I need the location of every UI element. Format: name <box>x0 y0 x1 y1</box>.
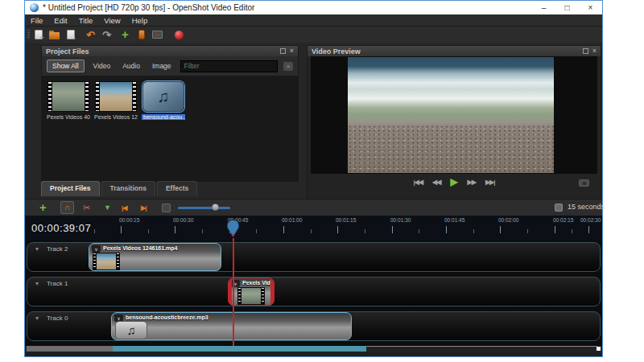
dock-tabs: Project Files Transitions Effects <box>41 181 197 196</box>
file-filter-row: Show All Video Audio Image × <box>42 56 298 76</box>
minimize-button[interactable]: – <box>532 1 555 14</box>
redo-icon: ↷ <box>102 30 111 40</box>
play-button[interactable]: ▶ <box>450 176 457 187</box>
export-record-icon <box>175 31 184 39</box>
panel-close-icon[interactable]: × <box>592 47 597 55</box>
center-playhead-button[interactable] <box>162 201 171 214</box>
file-label-selected: bensound-acou... <box>142 114 185 120</box>
ruler-tick-label: 00:01:45 <box>444 217 464 223</box>
filter-input[interactable] <box>180 60 278 72</box>
undo-button[interactable]: ↶ <box>85 29 97 40</box>
clip-video-track2[interactable]: ∨ Pexels Videos 1246161.mp4 <box>89 243 221 271</box>
project-files-header: Project Files × <box>42 46 298 56</box>
clip-audio-thumbnail: ♫ <box>115 321 147 339</box>
scrollbar-track-line <box>366 346 597 347</box>
maximize-button[interactable]: □ <box>555 1 579 14</box>
video-preview-panel: Video Preview × |◀◀ ◀◀ ▶ ▶▶ ▶▶| <box>307 45 601 200</box>
razor-tool-button[interactable]: ✂ <box>83 201 90 214</box>
jump-start-button[interactable]: |◀◀ <box>414 179 423 186</box>
file-label: Pexels Videos 12... <box>94 114 138 120</box>
menu-edit[interactable]: Edit <box>48 16 72 25</box>
playhead-marker[interactable] <box>226 220 240 241</box>
files-list: Pexels Videos 40... Pexels Videos 12... … <box>42 76 298 181</box>
next-marker-button[interactable]: ▶| <box>141 201 146 214</box>
choose-profile-button[interactable] <box>135 29 147 40</box>
zoom-scale-icon[interactable] <box>555 204 563 212</box>
fullscreen-button[interactable]: •• <box>151 29 163 40</box>
trim-handle-left[interactable] <box>228 278 232 306</box>
zoom-slider-track[interactable] <box>178 207 230 209</box>
previous-marker-button[interactable]: |◀ <box>122 201 126 214</box>
ruler-tick-label: 00:00:30 <box>173 217 193 223</box>
save-icon: ↓ <box>67 30 75 39</box>
ruler-tick-label: 00:00:15 <box>119 217 139 223</box>
clip-chevron-icon[interactable]: ∨ <box>92 245 101 253</box>
clip-video-track1-selected[interactable]: ∨ Pexels Vide... <box>228 278 275 306</box>
menu-file[interactable]: File <box>25 16 48 25</box>
new-project-button[interactable]: + <box>32 29 44 40</box>
video-preview-title: Video Preview <box>312 47 583 56</box>
zoom-slider-handle[interactable] <box>212 204 219 211</box>
video-preview-header: Video Preview × <box>308 46 601 56</box>
tab-effects[interactable]: Effects <box>157 181 197 196</box>
open-folder-icon <box>49 32 60 39</box>
file-item-video-1[interactable]: Pexels Videos 40... <box>47 81 90 120</box>
file-item-audio-selected[interactable]: ♫ bensound-acou... <box>142 81 185 120</box>
add-track-button[interactable]: + <box>39 201 47 214</box>
track-chevron-icon[interactable]: ▾ <box>35 315 39 322</box>
clip-audio-track0[interactable]: ∨ bensound-acousticbreeze.mp3 ♫ <box>111 312 352 340</box>
tab-project-files[interactable]: Project Files <box>41 181 100 196</box>
menu-help[interactable]: Help <box>126 16 154 25</box>
filmstrip-thumbnail <box>95 81 137 112</box>
filter-audio-button[interactable]: Audio <box>119 60 143 72</box>
jump-end-button[interactable]: ▶▶| <box>485 179 495 186</box>
tab-transitions[interactable]: Transitions <box>101 181 155 196</box>
scrollbar-thumb[interactable] <box>113 346 366 352</box>
new-project-icon: + <box>35 30 43 39</box>
window-controls: – □ × <box>532 1 602 14</box>
clear-filter-icon[interactable]: × <box>283 62 293 71</box>
fast-forward-button[interactable]: ▶▶ <box>468 179 476 186</box>
menu-title[interactable]: Title <box>73 16 99 25</box>
window-title: * Untitled Project [HD 720p 30 fps] - Op… <box>43 3 254 12</box>
menu-view[interactable]: View <box>98 16 126 25</box>
clip-filmstrip-thumbnail <box>237 287 265 305</box>
close-button[interactable]: × <box>579 1 602 14</box>
clip-title: bensound-acousticbreeze.mp3 <box>126 315 349 320</box>
current-timecode: 00:00:39:07 <box>31 222 91 234</box>
import-files-button[interactable]: + <box>119 29 131 40</box>
toolbar-drag-handle[interactable] <box>27 30 30 39</box>
title-bar: * Untitled Project [HD 720p 30 fps] - Op… <box>25 1 602 14</box>
scrollbar-left-segment <box>27 346 113 352</box>
clip-title: Pexels Videos 1246161.mp4 <box>103 245 218 251</box>
track-chevron-icon[interactable]: ▾ <box>35 245 39 253</box>
save-project-button[interactable]: ↓ <box>64 29 76 40</box>
track-chevron-icon[interactable]: ▾ <box>35 280 39 287</box>
timeline-ruler[interactable]: 00:00:39:07 00:00:15 00:00:30 00:00:45 0… <box>25 216 602 240</box>
file-item-video-2[interactable]: Pexels Videos 12... <box>94 81 138 120</box>
openshot-logo-icon <box>30 3 39 12</box>
trim-handle-right[interactable] <box>270 278 275 306</box>
add-marker-button[interactable]: ▼ <box>104 201 111 214</box>
filter-image-button[interactable]: Image <box>149 60 175 72</box>
redo-button[interactable]: ↷ <box>101 29 113 40</box>
undo-icon: ↶ <box>86 30 95 40</box>
export-video-button[interactable] <box>173 29 185 40</box>
file-label: Pexels Videos 40... <box>47 114 90 120</box>
track-row-1[interactable]: ▾ Track 1 <box>27 277 601 306</box>
panel-close-icon[interactable]: × <box>290 47 294 55</box>
ruler-tick-label: 00:01:30 <box>390 217 411 223</box>
camera-snapshot-icon[interactable] <box>579 179 589 187</box>
playback-controls: |◀◀ ◀◀ ▶ ▶▶ ▶▶| <box>308 176 601 187</box>
project-files-panel: Project Files × Show All Video Audio Ima… <box>41 45 299 182</box>
rewind-button[interactable]: ◀◀ <box>432 179 440 186</box>
filter-video-button[interactable]: Video <box>90 60 114 72</box>
import-plus-icon: + <box>122 29 129 40</box>
resize-grip[interactable] <box>597 347 601 351</box>
panel-float-icon[interactable] <box>583 48 588 54</box>
snapping-toggle[interactable]: ∩ <box>60 201 74 214</box>
timeline-horizontal-scrollbar[interactable] <box>25 346 602 352</box>
open-project-button[interactable] <box>48 29 60 40</box>
panel-float-icon[interactable] <box>280 48 286 54</box>
filter-show-all-button[interactable]: Show All <box>47 60 85 72</box>
